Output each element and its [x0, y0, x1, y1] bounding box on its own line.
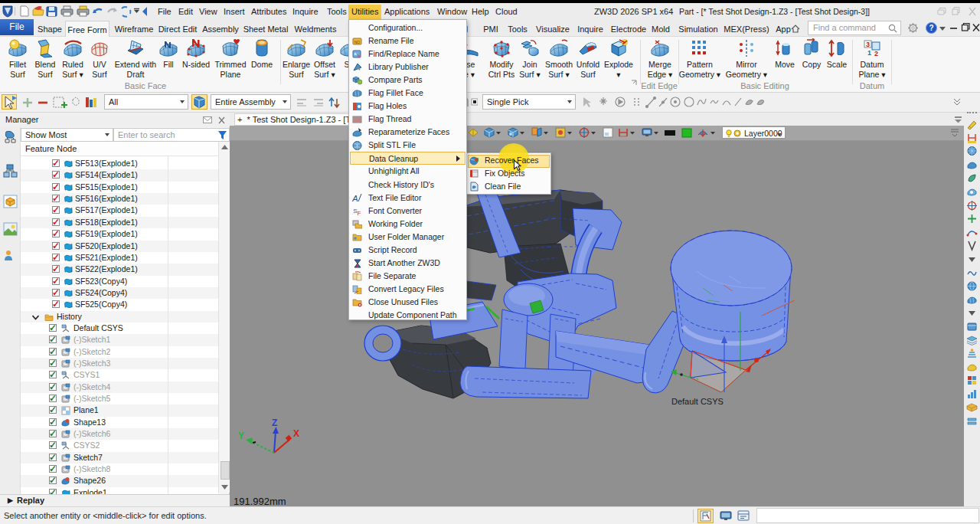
svg-text:Y: Y — [238, 431, 244, 441]
svg-text:NO: NO — [354, 39, 361, 44]
svg-text:3: 3 — [866, 41, 870, 48]
svg-text:191.992mm: 191.992mm — [234, 496, 286, 506]
svg-text:Default CSYS: Default CSYS — [671, 397, 724, 406]
svg-text:1: 1 — [867, 49, 871, 57]
svg-text:X: X — [293, 428, 299, 439]
svg-text:?: ? — [929, 24, 933, 32]
svg-text:F: F — [358, 210, 361, 216]
svg-text:Z: Z — [272, 418, 277, 428]
svg-text:A: A — [352, 194, 358, 203]
svg-text:2: 2 — [874, 50, 878, 57]
